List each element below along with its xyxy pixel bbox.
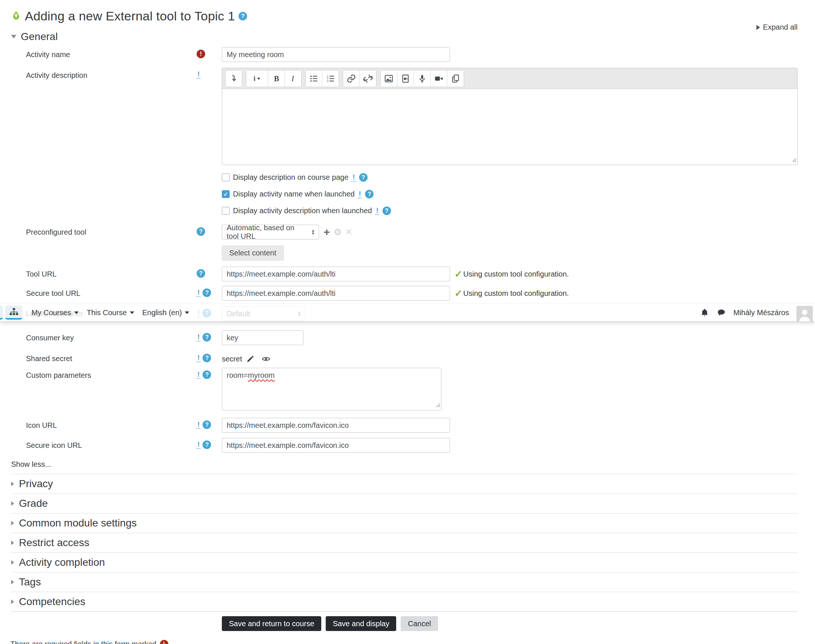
help-icon[interactable] (383, 207, 391, 215)
activity-description-row: Activity description i B (0, 68, 798, 165)
expand-arrow-icon (11, 541, 14, 545)
paragraph-styles-icon: i (251, 74, 263, 83)
custom-parameters-value-prefix: room= (227, 371, 248, 379)
nav-tab-home[interactable] (0, 305, 3, 320)
help-icon[interactable] (197, 269, 205, 278)
editor-collapse-toolbar-button[interactable] (226, 71, 242, 87)
editor-italic-button[interactable]: I (284, 71, 301, 87)
editor-paragraph-styles-button[interactable]: i (246, 71, 268, 87)
display-activity-name-checkbox[interactable] (222, 190, 230, 198)
show-less-link[interactable]: Show less... (11, 460, 815, 469)
section-activity-completion[interactable]: Activity completion (11, 553, 798, 572)
chevron-down-icon (185, 311, 189, 314)
editor-record-video-button[interactable] (430, 71, 447, 87)
section-general-title: General (21, 31, 58, 43)
nav-menu-this-course[interactable]: This Course (87, 308, 134, 317)
editor-ordered-list-button[interactable]: 123 (322, 71, 339, 87)
consumer-key-input[interactable] (222, 330, 303, 345)
exclamation-icon[interactable] (375, 207, 379, 215)
display-description-checkbox[interactable] (222, 173, 230, 181)
custom-parameters-textarea[interactable]: room=myroom (222, 368, 441, 411)
save-and-return-button[interactable]: Save and return to course (222, 616, 321, 631)
resize-handle-icon[interactable] (435, 401, 440, 409)
editor-text-area[interactable] (222, 89, 797, 165)
help-icon[interactable] (359, 173, 368, 182)
secure-tool-url-input[interactable] (222, 286, 450, 301)
icon-url-input[interactable] (222, 418, 450, 433)
secure-icon-url-input[interactable] (222, 438, 450, 453)
section-privacy[interactable]: Privacy (11, 474, 798, 494)
checkmark-icon: ✓ (454, 288, 463, 299)
help-icon[interactable] (197, 227, 205, 236)
display-activity-description-checkbox[interactable] (222, 207, 230, 215)
editor-unordered-list-button[interactable] (306, 71, 322, 87)
activity-name-input[interactable] (222, 47, 450, 62)
nav-menu-my-courses[interactable]: My Courses (32, 308, 78, 317)
insert-media-icon (401, 74, 410, 83)
nav-menu-language[interactable]: English (en) (143, 308, 189, 317)
display-activity-name-label: Display activity name when launched (233, 190, 355, 198)
exclamation-icon[interactable] (358, 190, 362, 198)
editor-insert-media-button[interactable] (397, 71, 414, 87)
custom-parameters-label: Custom parameters (26, 368, 197, 380)
exclamation-icon[interactable] (352, 173, 355, 182)
section-competencies[interactable]: Competencies (11, 592, 798, 612)
page-title: Adding a new External tool to Topic 1 (25, 9, 235, 23)
exclamation-icon[interactable] (197, 289, 200, 297)
gear-icon: ⚙ (334, 227, 342, 237)
select-content-button[interactable]: Select content (222, 245, 284, 261)
exclamation-icon[interactable] (197, 441, 200, 449)
help-icon[interactable] (203, 288, 211, 297)
page-help-icon[interactable] (238, 12, 247, 20)
help-icon[interactable] (203, 354, 211, 362)
section-grade[interactable]: Grade (11, 494, 798, 514)
shared-secret-label: Shared secret (26, 351, 197, 363)
help-icon[interactable] (203, 333, 211, 342)
preconfigured-tool-select[interactable]: Automatic, based on tool URL ▲▼ (222, 225, 319, 239)
tool-url-input[interactable] (222, 267, 450, 281)
section-restrict-access[interactable]: Restrict access (11, 533, 798, 553)
editor-unlink-button[interactable] (360, 71, 376, 87)
section-general-header[interactable]: General (11, 31, 815, 43)
avatar[interactable] (797, 306, 813, 322)
section-tags[interactable]: Tags (11, 572, 798, 592)
custom-parameters-row: Custom parameters room=myroom (0, 368, 798, 411)
nav-tab-sitemap[interactable] (5, 305, 22, 320)
exclamation-icon[interactable] (197, 354, 200, 362)
help-icon[interactable] (203, 370, 211, 379)
help-icon[interactable] (203, 420, 211, 429)
editor-link-button[interactable] (343, 71, 360, 87)
activity-description-label: Activity description (26, 68, 197, 80)
section-common-module-settings[interactable]: Common module settings (11, 514, 798, 533)
add-tool-icon[interactable]: + (323, 227, 330, 238)
save-and-display-button[interactable]: Save and display (326, 616, 396, 631)
expand-all-link[interactable]: Expand all (757, 23, 798, 32)
display-description-row: Display description on course page (222, 173, 815, 182)
help-icon[interactable] (203, 440, 211, 449)
exclamation-icon[interactable] (197, 421, 200, 429)
editor-manage-files-button[interactable] (447, 71, 464, 87)
manage-files-icon (451, 74, 460, 83)
resize-handle-icon[interactable] (791, 157, 797, 164)
bold-icon: B (272, 74, 281, 83)
show-secret-eye-icon[interactable] (261, 354, 271, 363)
preconfigured-tool-row: Preconfigured tool Automatic, based on t… (0, 225, 798, 261)
editor-bold-button[interactable]: B (268, 71, 284, 87)
editor-record-audio-button[interactable] (414, 71, 430, 87)
user-name[interactable]: Mihály Mészáros (734, 308, 789, 317)
cancel-button[interactable]: Cancel (401, 616, 438, 631)
edit-pencil-icon[interactable] (246, 355, 254, 363)
exclamation-icon[interactable] (197, 71, 200, 78)
exclamation-icon[interactable] (197, 333, 200, 342)
notifications-bell-icon[interactable] (700, 308, 709, 317)
display-activity-description-row: Display activity description when launch… (222, 207, 815, 215)
editor-insert-image-button[interactable] (381, 71, 397, 87)
messages-chat-icon[interactable] (717, 308, 726, 317)
exclamation-icon[interactable] (197, 371, 200, 379)
help-icon[interactable] (365, 190, 374, 198)
tool-url-row: Tool URL ✓ Using custom tool configurati… (0, 267, 798, 281)
external-tool-icon (11, 11, 21, 22)
display-activity-description-label: Display activity description when launch… (233, 207, 372, 215)
form-actions: Save and return to course Save and displ… (222, 616, 815, 631)
svg-text:B: B (274, 74, 279, 82)
